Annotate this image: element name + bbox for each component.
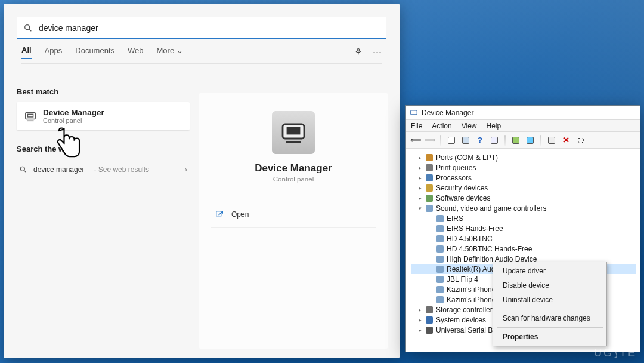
open-label: Open — [231, 210, 249, 219]
separator — [440, 135, 441, 146]
result-detail-card: Device Manager Control panel Open — [199, 93, 388, 349]
best-match-label: Best match — [17, 87, 190, 96]
overflow-icon[interactable]: ⋯ — [373, 47, 382, 57]
toolbar-btn[interactable] — [445, 134, 457, 146]
tree-leaf[interactable]: EIRS — [411, 213, 636, 223]
menu-view[interactable]: View — [462, 122, 477, 130]
svg-line-6 — [24, 171, 26, 173]
toolbar-btn[interactable] — [510, 134, 522, 146]
tree-node-proc[interactable]: ▸Processors — [411, 173, 636, 183]
nav-forward-icon[interactable]: ⟹ — [424, 134, 436, 146]
toolbar-btn[interactable] — [546, 134, 558, 146]
search-icon — [19, 165, 27, 174]
device-manager-large-icon — [272, 111, 315, 154]
svg-rect-3 — [27, 114, 33, 117]
help-icon[interactable]: ? — [474, 134, 486, 146]
context-menu: Update driver Disable device Uninstall d… — [493, 262, 607, 346]
open-icon — [215, 210, 224, 219]
web-result-row[interactable]: device manager - See web results › — [17, 159, 190, 180]
tab-all[interactable]: All — [21, 45, 32, 59]
search-tabs: All Apps Documents Web More ⌄ ⚘ ⋯ — [21, 45, 382, 64]
search-box[interactable] — [17, 17, 386, 39]
toolbar-btn[interactable] — [460, 134, 472, 146]
start-search-panel: All Apps Documents Web More ⌄ ⚘ ⋯ Best m… — [4, 4, 400, 358]
separator — [540, 135, 541, 146]
ctx-scan[interactable]: Scan for hardware changes — [494, 311, 605, 325]
delete-icon[interactable]: ✕ — [560, 134, 572, 146]
search-icon — [23, 23, 33, 33]
ctx-disable[interactable]: Disable device — [494, 278, 605, 293]
svg-point-5 — [20, 167, 24, 171]
best-match-sub: Control panel — [43, 117, 104, 124]
share-icon[interactable]: ⚘ — [354, 47, 362, 57]
menu-file[interactable]: File — [411, 122, 422, 130]
ctx-uninstall[interactable]: Uninstall device — [494, 293, 605, 307]
device-manager-icon — [24, 110, 37, 123]
best-match-result[interactable]: Device Manager Control panel — [17, 102, 190, 130]
watermark: UG⟆TE — [594, 346, 637, 359]
toolbar: ⟸ ⟹ ? ✕ ⭮ — [406, 132, 640, 149]
tree-leaf[interactable]: HD 4.50BTNC — [411, 233, 636, 244]
separator — [497, 309, 603, 309]
refresh-icon[interactable]: ⭮ — [574, 134, 586, 146]
open-action[interactable]: Open — [211, 201, 376, 228]
svg-rect-2 — [26, 112, 36, 119]
tab-web[interactable]: Web — [128, 46, 144, 59]
menu-action[interactable]: Action — [432, 122, 451, 130]
ctx-update[interactable]: Update driver — [494, 264, 605, 278]
tree-node-sound[interactable]: ▾Sound, video and game controllers — [411, 203, 636, 213]
best-match-title: Device Manager — [43, 108, 104, 117]
svg-rect-11 — [411, 110, 417, 114]
chevron-down-icon: ⌄ — [177, 46, 183, 55]
toolbar-btn[interactable] — [524, 134, 536, 146]
tree-node-soft[interactable]: ▸Software devices — [411, 193, 636, 203]
web-hint: - See web results — [94, 165, 149, 174]
menu-bar: File Action View Help — [406, 120, 640, 132]
toolbar-btn[interactable] — [488, 134, 500, 146]
app-icon — [410, 109, 418, 117]
search-input[interactable] — [39, 23, 380, 33]
svg-rect-8 — [287, 128, 299, 134]
separator — [504, 135, 506, 146]
tree-node-print[interactable]: ▸Print queues — [411, 162, 636, 173]
separator — [497, 327, 603, 328]
window-title: Device Manager — [422, 109, 473, 117]
detail-title: Device Manager — [199, 162, 388, 174]
tab-apps[interactable]: Apps — [45, 46, 63, 59]
ctx-properties[interactable]: Properties — [494, 330, 605, 344]
window-titlebar[interactable]: Device Manager — [406, 106, 640, 120]
web-query: device manager — [33, 165, 84, 174]
tree-leaf[interactable]: HD 4.50BTNC Hands-Free — [411, 244, 636, 254]
tab-documents[interactable]: Documents — [75, 46, 114, 59]
chevron-right-icon: › — [185, 165, 187, 174]
search-web-label: Search the web — [17, 144, 190, 153]
detail-sub: Control panel — [199, 176, 388, 183]
svg-point-0 — [25, 24, 30, 29]
menu-help[interactable]: Help — [487, 122, 501, 130]
tree-leaf[interactable]: EIRS Hands-Free — [411, 223, 636, 233]
tree-node-ports[interactable]: ▸Ports (COM & LPT) — [411, 152, 636, 162]
tree-node-sec[interactable]: ▸Security devices — [411, 183, 636, 193]
nav-back-icon[interactable]: ⟸ — [410, 134, 422, 146]
tab-more[interactable]: More ⌄ — [157, 46, 183, 59]
svg-line-1 — [29, 29, 31, 31]
